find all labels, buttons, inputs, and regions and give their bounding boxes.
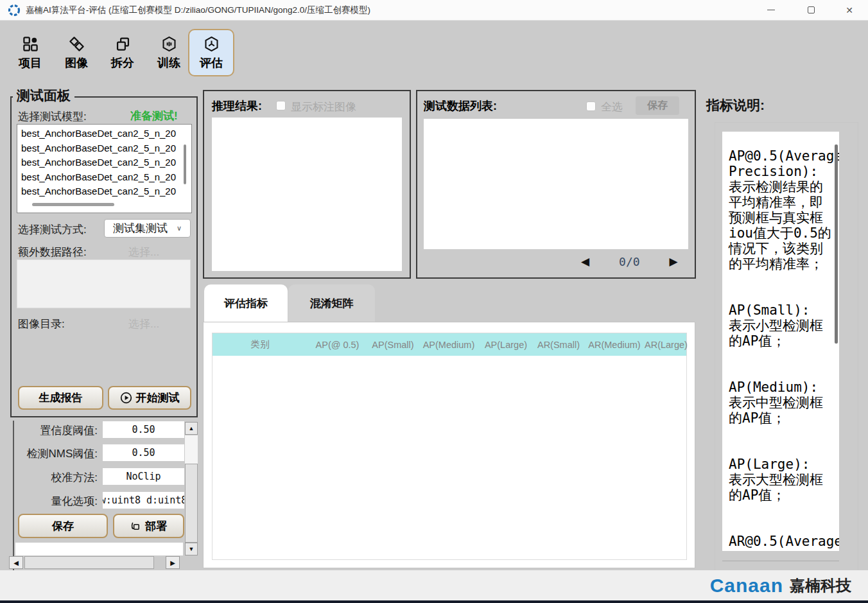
extra-path-label: 额外数据路径: [18,245,87,259]
metrics-help-title: 指标说明: [706,96,765,114]
page-next-icon[interactable]: ▶ [670,256,678,267]
model-list[interactable]: best_AnchorBaseDet_can2_5_n_20 best_Anch… [17,124,192,213]
column-header: AP(Medium) [419,340,479,350]
help-vscrollbar[interactable] [835,144,838,344]
split-icon [114,35,132,53]
image-dir-label: 图像目录: [18,317,65,331]
scroll-down-button[interactable]: ▼ [185,543,198,555]
param-hscroll-thumb[interactable] [24,556,154,569]
generate-report-button[interactable]: 生成报告 [18,386,103,410]
model-list-item[interactable]: best_AnchorBaseDet_can2_5_n_20 [21,155,191,170]
test-method-dropdown[interactable]: 测试集测试 ∨ [104,219,191,238]
maximize-icon [808,6,815,13]
model-list-item[interactable]: best_AnchorBaseDet_can2_5_n_20 [21,141,191,156]
extra-path-box [17,259,191,308]
method-label: 选择测试方式: [18,222,87,237]
extra-path-choose-link[interactable]: 选择... [128,245,159,259]
model-select-label: 选择测试模型: [18,109,87,124]
select-all-checkbox[interactable] [586,101,596,111]
confidence-threshold-label: 置信度阈值: [14,423,98,438]
image-dir-choose-link[interactable]: 选择... [128,317,159,331]
test-data-list-area [424,119,688,249]
nms-threshold-field[interactable]: 0.50 [103,444,184,461]
metrics-help-content: AP@0.5(Average Precision): 表示检测结果的 平均精准率… [722,132,839,551]
app-logo-icon [8,4,21,17]
show-annotated-label: 显示标注图像 [291,100,356,114]
start-test-button[interactable]: 开始测试 [108,386,191,410]
column-header: AR(Small) [533,340,584,350]
column-header: AR(Medium) [584,340,645,350]
toolbar-button-evaluate[interactable]: 评估 [188,29,234,76]
quantize-options-label: 量化选项: [14,494,98,509]
hscroll-left-button[interactable]: ◀ [9,556,23,569]
column-header: AP(Small) [367,340,419,350]
column-header: AP(@ 0.5) [308,340,367,350]
chevron-down-icon: ∨ [177,224,182,232]
tab-eval-metrics[interactable]: 评估指标 [204,284,288,322]
calibration-method-field[interactable]: NoClip [103,468,184,485]
select-all-label: 全选 [601,100,623,114]
help-divider [722,561,839,561]
close-button[interactable]: ✕ [835,0,864,20]
play-icon [120,392,132,404]
metrics-table-header: 类别 AP(@ 0.5) AP(Small) AP(Medium) AP(Lar… [213,333,686,356]
toolbar-button-split[interactable]: 拆分 [101,29,144,76]
column-header: AR(Large) [645,340,686,350]
canaan-logo: Canaan [710,575,783,597]
company-name: 嘉楠科技 [790,575,851,596]
train-icon [161,35,178,53]
pagination: ◀ 0/0 ▶ [581,255,678,268]
toolbar: 项目 图像 拆分 训练 [0,21,868,82]
maximize-button[interactable] [796,0,826,20]
page-prev-icon[interactable]: ◀ [581,256,589,267]
tab-confusion-matrix[interactable]: 混淆矩阵 [288,284,375,322]
hscroll-right-button[interactable]: ▶ [166,556,180,569]
model-list-vscrollbar[interactable] [184,144,186,184]
deploy-button[interactable]: 部署 [113,514,184,538]
close-icon: ✕ [846,6,853,15]
toolbar-button-project[interactable]: 项目 [9,29,51,76]
scroll-up-button[interactable]: ▲ [185,422,198,435]
save-data-button[interactable]: 保存 [636,96,679,115]
chip-deploy-icon [130,521,141,532]
model-list-item[interactable]: best_AnchorBaseDet_can2_5_n_20 [21,170,191,185]
minimize-button[interactable] [756,0,786,20]
model-list-hscrollbar[interactable] [32,203,114,206]
param-empty-row [15,543,183,555]
model-list-item[interactable]: best_AnchorBaseDet_can2_5_n_20 [21,127,191,141]
image-icon [68,35,85,53]
toolbar-button-train[interactable]: 训练 [148,29,190,76]
column-header: 类别 [213,338,308,351]
column-header: AP(Large) [479,340,533,350]
show-annotated-checkbox[interactable] [276,101,286,110]
metrics-help-textarea: AP@0.5(Average Precision): 表示检测结果的 平均精准率… [722,132,839,551]
evaluate-icon [203,35,220,53]
metrics-table: 类别 AP(@ 0.5) AP(Small) AP(Medium) AP(Lar… [212,333,687,560]
calibration-method-label: 校准方法: [14,470,98,485]
inference-image-area [212,118,402,271]
toolbar-button-image[interactable]: 图像 [55,29,98,76]
window-bottom-edge [0,600,868,603]
quantize-options-field[interactable]: w:uint8 d:uint8 [103,492,184,509]
window-title: 嘉楠AI算法平台-评估 (压缩工创赛模型 D:/ziliao/GONG/TUPI… [26,4,370,16]
save-config-button[interactable]: 保存 [18,514,108,538]
test-data-title: 测试数据列表: [424,98,497,114]
inference-title: 推理结果: [212,98,262,114]
ready-status: 准备测试! [130,109,178,123]
page-count: 0/0 [619,255,640,268]
confidence-threshold-field[interactable]: 0.50 [103,421,184,438]
test-panel-title: 测试面板 [13,87,74,105]
minimize-icon [767,10,775,10]
test-method-value: 测试集测试 [113,221,168,236]
grid-icon [22,35,39,53]
title-bar: 嘉楠AI算法平台-评估 (压缩工创赛模型 D:/ziliao/GONG/TUPI… [0,0,868,21]
footer: Canaan 嘉楠科技 [0,570,868,600]
nms-threshold-label: 检测NMS阈值: [14,446,98,461]
model-list-item[interactable]: best_AnchorBaseDet_can2_5_n_20 [21,184,191,199]
param-vscroll-thumb[interactable] [185,464,198,543]
